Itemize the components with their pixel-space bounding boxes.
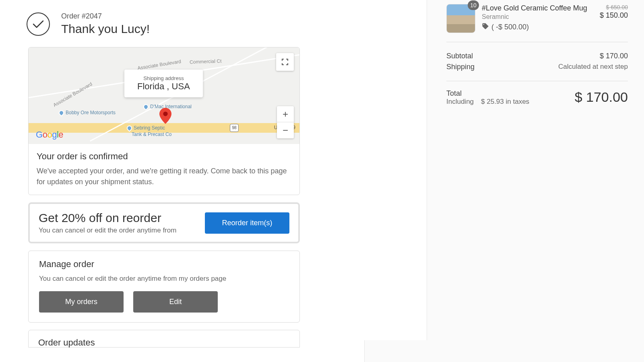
product-title: #Love Gold Ceramic Coffee Mug [482, 4, 593, 12]
product-thumbnail: 10 [446, 4, 475, 33]
manage-title: Manage order [39, 259, 289, 269]
order-header: Order #2047 Thank you Lucy! [27, 12, 427, 36]
order-updates-title: Order updates [38, 337, 290, 348]
map-street-label: Associate Boulevard [137, 59, 182, 71]
order-number: Order #2047 [61, 12, 150, 21]
thank-you-heading: Thank you Lucy! [61, 22, 150, 36]
my-orders-button[interactable]: My orders [39, 291, 124, 313]
total-amount: $ 170.00 [575, 89, 628, 105]
including-prefix: Including [446, 98, 474, 105]
edit-order-button[interactable]: Edit [133, 291, 218, 313]
svg-point-0 [163, 111, 167, 116]
google-logo: Google [36, 130, 63, 140]
including-amount: $ 25.93 in taxes [481, 98, 529, 105]
reorder-title: Get 20% off on reorder [39, 211, 176, 225]
sale-price: $ 150.00 [600, 11, 628, 20]
map-poi: Bobby Ore Motorsports [59, 110, 116, 115]
map-zoom-out-button[interactable]: − [277, 122, 294, 138]
map-fullscreen-button[interactable] [276, 53, 294, 71]
reorder-subtext: You can cancel or edit the order anytime… [39, 226, 176, 234]
order-confirm-card: Associate Boulevard Associate Boulevard … [28, 47, 300, 195]
subtotal-value: $ 170.00 [600, 52, 628, 60]
map-hwy-shield-icon: 98 [230, 124, 239, 132]
check-icon [27, 12, 50, 36]
quantity-badge: 10 [468, 0, 479, 10]
map-address-bubble: Shipping address Florida , USA [124, 70, 203, 97]
line-item: 10 #Love Gold Ceramic Coffee Mug Seramni… [446, 4, 628, 42]
map-bubble-label: Shipping address [137, 75, 190, 81]
map-street-label: Associate Boulevard [52, 81, 93, 108]
order-summary-panel: 10 #Love Gold Ceramic Coffee Mug Seramni… [427, 0, 644, 362]
map-pin-icon [159, 108, 171, 125]
reorder-card: Get 20% off on reorder You can cancel or… [28, 202, 300, 243]
tag-icon [482, 23, 489, 32]
total-label: Total [446, 89, 529, 98]
map-zoom-in-button[interactable]: + [277, 106, 294, 122]
product-vendor: Seramnic [482, 13, 593, 21]
subtotal-label: Subtotal [446, 52, 473, 60]
shipping-value: Calculated at next step [558, 63, 628, 71]
manage-order-card: Manage order You can cancel or edit the … [28, 251, 300, 323]
map-poi: Tank & Precast Co [132, 132, 171, 137]
map-poi: Sebring Septic [127, 125, 165, 131]
map-street-label: Commercial Ct [190, 58, 222, 65]
confirm-title: Your order is confirmed [37, 151, 291, 162]
original-price: $ 650.00 [600, 4, 628, 10]
map-bubble-address: Florida , USA [137, 81, 190, 92]
shipping-label: Shipping [446, 63, 475, 71]
map[interactable]: Associate Boulevard Associate Boulevard … [29, 47, 299, 144]
confirm-body: We've accepted your order, and we're get… [37, 166, 291, 187]
order-updates-card: Order updates [28, 330, 300, 348]
reorder-button[interactable]: Reorder item(s) [205, 212, 289, 234]
manage-body: You can cancel or edit the order anytime… [39, 274, 289, 284]
discount-amount: ( -$ 500.00) [491, 23, 529, 31]
map-zoom-control: + − [277, 106, 294, 138]
